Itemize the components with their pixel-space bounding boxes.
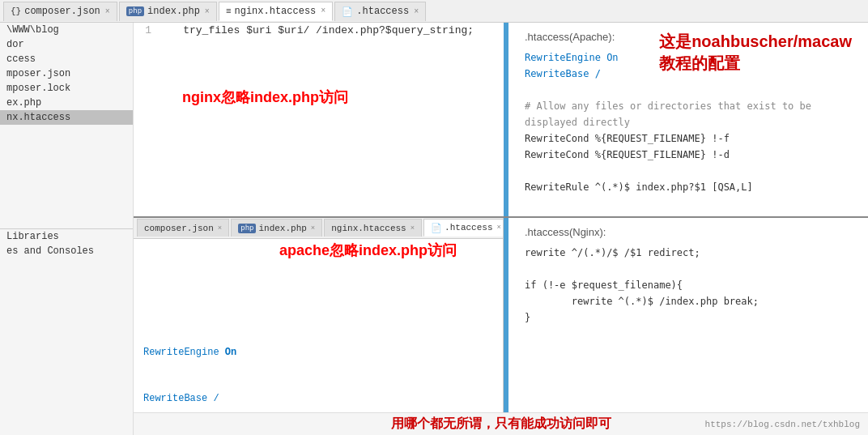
lower-code-lines: RewriteEngine On RewriteBase / # Allow a… — [143, 314, 493, 412]
php-icon: php — [238, 224, 256, 233]
lower-code-editor[interactable]: apache忽略index.php访问 RewriteEngine On Rew… — [134, 239, 503, 412]
sidebar-top: \WWW\blog dor ccess mposer.json mposer.l… — [0, 23, 133, 229]
lower-pane: composer.json × php index.php × nginx.ht… — [134, 218, 868, 412]
content-area: 1 try_files $uri $uri/ /index.php?$query… — [134, 23, 868, 435]
upper-right-panel: .htaccess(Apache): 这是noahbuscher/macaw 教… — [504, 23, 868, 216]
nginx-line-1: rewrite ^/(.*)/$ /$1 redirect; — [525, 245, 856, 261]
sidebar-item-composer-lock[interactable]: mposer.lock — [0, 81, 133, 96]
bottom-tab-index-php[interactable]: php index.php × — [231, 219, 322, 237]
sidebar-item-composer-json[interactable]: mposer.json — [0, 66, 133, 81]
php-icon: php — [126, 6, 144, 16]
file-icon: ≡ — [226, 6, 232, 16]
lower-line-2: RewriteBase / — [143, 391, 493, 407]
sidebar-item-consoles[interactable]: es and Consoles — [0, 244, 133, 258]
bottom-tab-htaccess[interactable]: 📄 .htaccess × — [423, 219, 504, 237]
upper-right-red-label: 这是noahbuscher/macaw 教程的配置 — [659, 31, 852, 75]
close-icon[interactable]: × — [414, 7, 419, 16]
close-icon[interactable]: × — [311, 224, 315, 232]
sidebar-item-ccess[interactable]: ccess — [0, 52, 133, 66]
close-icon[interactable]: × — [321, 6, 326, 15]
close-icon[interactable]: × — [105, 7, 110, 16]
tab-index-php[interactable]: php index.php × — [119, 2, 217, 21]
lower-annotation: apache忽略index.php访问 — [279, 243, 457, 258]
sidebar-item-nginx-htaccess[interactable]: nx.htaccess — [0, 110, 133, 125]
blue-bar-lower — [506, 218, 508, 412]
code-empty-2 — [525, 163, 856, 179]
bottom-tab-bar: composer.json × php index.php × nginx.ht… — [134, 218, 503, 239]
close-icon[interactable]: × — [497, 224, 501, 232]
close-icon[interactable]: × — [218, 224, 222, 232]
code-rule: RewriteRule ^(.*)$ index.php?$1 [QSA,L] — [525, 179, 856, 195]
line-number: 1 — [134, 23, 158, 39]
tab-nginx-htaccess[interactable]: ≡ nginx.htaccess × — [219, 2, 333, 21]
code-cond-2: RewriteCond %{REQUEST_FILENAME} !-d — [525, 147, 856, 163]
main-area: \WWW\blog dor ccess mposer.json mposer.l… — [0, 23, 868, 435]
upper-pane: 1 try_files $uri $uri/ /index.php?$query… — [134, 23, 868, 218]
lower-right-panel: .htaccess(Nginx): rewrite ^/(.*)/$ /$1 r… — [504, 218, 868, 412]
nginx-line-if: if (!-e $request_filename){ — [525, 277, 856, 293]
sidebar-item-wwwblog[interactable]: \WWW\blog — [0, 23, 133, 37]
footer-url: https://blog.csdn.net/txhblog — [705, 420, 860, 429]
code-line-1: 1 try_files $uri $uri/ /index.php?$query… — [134, 23, 504, 39]
nginx-line-empty — [525, 261, 856, 277]
lower-left: composer.json × php index.php × nginx.ht… — [134, 218, 504, 412]
sidebar-item-dor[interactable]: dor — [0, 37, 133, 52]
close-icon[interactable]: × — [411, 224, 415, 232]
upper-code-editor[interactable]: 1 try_files $uri $uri/ /index.php?$query… — [134, 23, 504, 216]
code-cond-1: RewriteCond %{REQUEST_FILENAME} !-f — [525, 130, 856, 147]
upper-annotation: nginx忽略index.php访问 — [182, 87, 348, 107]
sidebar-item-index-php[interactable]: ex.php — [0, 96, 133, 110]
sidebar: \WWW\blog dor ccess mposer.json mposer.l… — [0, 23, 134, 435]
sidebar-item-libraries[interactable]: Libraries — [0, 229, 133, 244]
footer: 用哪个都无所谓，只有能成功访问即可 https://blog.csdn.net/… — [134, 412, 868, 435]
footer-text: 用哪个都无所谓，只有能成功访问即可 — [391, 416, 611, 433]
nginx-line-rewrite: rewrite ^(.*)$ /index.php break; — [525, 293, 856, 309]
tab-composer-json[interactable]: {} composer.json × — [3, 2, 117, 21]
json-icon: {} — [11, 6, 21, 16]
doc-icon: 📄 — [431, 223, 442, 233]
lower-line-1: RewriteEngine On — [143, 345, 493, 360]
code-text: try_files $uri $uri/ /index.php?$query_s… — [158, 23, 474, 39]
nginx-line-close: } — [525, 309, 856, 326]
bottom-tab-nginx-htaccess[interactable]: nginx.htaccess × — [324, 219, 422, 237]
bottom-tab-composer-json[interactable]: composer.json × — [137, 219, 229, 237]
code-empty-1 — [525, 82, 856, 98]
close-icon[interactable]: × — [205, 7, 210, 16]
blue-bar — [506, 23, 508, 216]
doc-icon: 📄 — [342, 6, 353, 17]
tab-htaccess[interactable]: 📄 .htaccess × — [334, 2, 426, 21]
lower-right-code: rewrite ^/(.*)/$ /$1 redirect; if (!-e $… — [525, 245, 856, 326]
lower-right-title: .htaccess(Nginx): — [525, 226, 856, 238]
code-comment: # Allow any files or directories that ex… — [525, 98, 856, 130]
top-tab-bar: {} composer.json × php index.php × ≡ ngi… — [0, 0, 868, 23]
